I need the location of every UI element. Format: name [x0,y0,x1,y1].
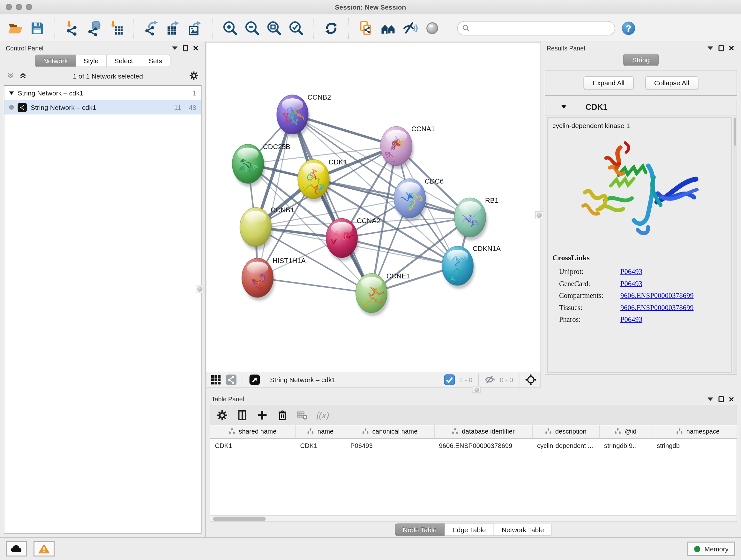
network-node-ccna1[interactable]: CCNA1 [381,125,435,169]
cell-namespace[interactable]: stringdb [652,439,737,452]
network-collection-row[interactable]: String Network – cdk1 1 [4,86,201,100]
export-network-icon[interactable] [143,19,160,37]
memory-button[interactable]: Memory [688,542,735,556]
tab-edge-table[interactable]: Edge Table [445,523,494,536]
zoom-out-icon[interactable] [244,19,261,37]
column-header-canonical-name[interactable]: canonical name [346,425,434,439]
network-node-rb1[interactable]: RB1 [455,196,499,241]
import-network-icon[interactable] [64,19,81,37]
network-edge[interactable] [293,115,372,294]
first-neighbors-icon[interactable] [380,19,397,37]
crosslink-pharos[interactable]: P06493 [620,316,643,324]
gene-expand-icon[interactable] [562,105,566,109]
zoom-window-button[interactable] [26,4,32,10]
hide-selected-icon[interactable] [402,19,419,37]
tab-select[interactable]: Select [107,55,141,67]
tab-style[interactable]: Style [76,55,107,67]
add-column-icon[interactable] [256,409,269,421]
float-panel-icon[interactable] [717,44,725,52]
column-header-description[interactable]: description [532,425,599,439]
export-table-icon[interactable] [165,19,182,37]
search-input[interactable] [470,24,610,32]
column-header-database-identifier[interactable]: database identifier [434,425,533,439]
gene-section-header[interactable]: CDK1 [545,99,737,116]
network-canvas[interactable]: CCNB2CCNA1CDC25BCDK1CDC6RB1CCNB1CCNA2CDK… [206,42,541,372]
results-scrollbar[interactable] [733,117,737,374]
expand-all-networks-icon[interactable] [19,71,27,81]
network-node-hist1h1a[interactable]: HIST1H1A [242,257,306,301]
selected-checkbox-icon[interactable] [444,374,455,386]
network-node-cdc6[interactable]: CDC6 [394,177,444,222]
minimize-window-button[interactable] [16,4,22,10]
collapse-panel-icon[interactable] [706,395,714,403]
show-columns-icon[interactable] [236,409,249,421]
left-splitter-handle[interactable] [196,285,204,294]
close-window-button[interactable] [6,4,12,10]
collapse-panel-icon[interactable] [171,44,179,52]
network-edge[interactable] [258,115,293,278]
close-panel-icon[interactable]: ✕ [728,395,735,403]
hidden-eye-icon[interactable] [484,374,496,386]
column-header-namespace[interactable]: namespace [652,425,737,439]
collapse-all-button[interactable]: Collapse All [645,76,698,90]
cell-shared-name[interactable]: CDK1 [210,439,295,452]
export-view-icon[interactable] [249,374,260,386]
column-header-id[interactable]: @id [599,425,652,439]
import-database-icon[interactable] [86,19,103,37]
cell-name[interactable]: CDK1 [295,439,346,452]
close-panel-icon[interactable]: ✕ [728,44,735,52]
cell-id[interactable]: stringdb:9... [599,439,652,452]
help-icon[interactable]: ? [620,19,637,37]
network-node-ccna2[interactable]: CCNA2 [326,217,381,261]
network-node-ccnb2[interactable]: CCNB2 [277,93,331,138]
birdseye-view-icon[interactable] [210,374,222,386]
table-gear-icon[interactable] [216,409,228,421]
tab-node-table[interactable]: Node Table [395,523,445,536]
bottom-splitter-handle[interactable] [473,387,481,393]
cell-database-identifier[interactable]: 9606.ENSP00000378699 [434,439,533,452]
crosslink-uniprot[interactable]: P06493 [620,268,643,276]
float-panel-icon[interactable] [717,395,725,403]
network-node-cdkn1a[interactable]: CDKN1A [441,245,501,289]
close-panel-icon[interactable]: ✕ [192,44,200,52]
function-builder-icon[interactable]: f(x) [317,410,329,420]
tab-network-table[interactable]: Network Table [494,523,552,536]
collapse-all-networks-icon[interactable] [7,71,14,81]
refresh-icon[interactable] [323,19,340,37]
crosslink-tissues[interactable]: 9606.ENSP00000378699 [620,304,693,312]
export-image-icon[interactable] [187,19,204,37]
cell-description[interactable]: cyclin-dependent ... [532,439,599,452]
right-splitter-handle[interactable] [535,211,543,220]
clone-network-icon[interactable] [358,19,375,37]
open-session-icon[interactable] [7,19,24,37]
tab-string[interactable]: String [623,54,659,66]
warning-status-button[interactable] [33,541,55,557]
table-horizontal-scrollbar[interactable] [210,515,737,522]
expand-all-button[interactable]: Expand All [584,76,633,90]
collapse-panel-icon[interactable] [706,44,714,52]
horizontal-splitter[interactable] [206,388,541,393]
show-all-icon[interactable] [424,19,441,37]
collection-expand-icon[interactable] [9,91,14,95]
zoom-fit-icon[interactable] [266,19,283,37]
column-header-shared-name[interactable]: shared name [210,425,295,439]
zoom-selected-icon[interactable] [288,19,305,37]
network-row[interactable]: String Network – cdk1 11 48 [4,100,201,115]
network-options-gear-icon[interactable] [189,71,199,82]
save-session-icon[interactable] [29,19,46,37]
tab-network[interactable]: Network [35,55,76,67]
cloud-status-button[interactable] [6,541,27,557]
import-table-icon[interactable] [108,19,125,37]
fit-selected-crosshair-icon[interactable] [525,374,537,386]
crosslink-genecard[interactable]: P06493 [620,280,643,288]
zoom-in-icon[interactable] [222,19,239,37]
network-node-ccne1[interactable]: CCNE1 [356,272,410,316]
float-panel-icon[interactable] [182,44,189,52]
delete-table-icon[interactable] [296,409,309,421]
column-header-name[interactable]: name [295,425,346,439]
cell-canonical-name[interactable]: P06493 [346,439,434,452]
crosslink-compartments[interactable]: 9606.ENSP00000378699 [620,292,693,300]
table-row[interactable]: CDK1 CDK1 P06493 9606.ENSP00000378699 cy… [210,439,738,452]
network-share-icon[interactable] [226,374,237,386]
tab-sets[interactable]: Sets [141,55,171,67]
